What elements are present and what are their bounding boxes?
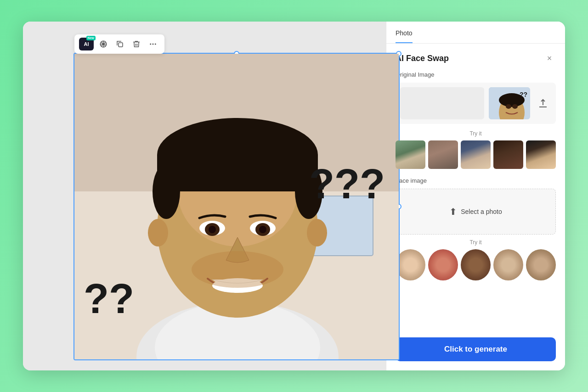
- panel-title: AI Face Swap: [396, 54, 449, 63]
- duplicate-button[interactable]: [113, 37, 127, 51]
- face-sample-5[interactable]: [526, 249, 556, 280]
- try-it-label-face: Try it: [396, 239, 556, 246]
- face-image-label: Face image: [396, 177, 556, 184]
- effects-button[interactable]: [96, 37, 110, 51]
- toolbar: AI New: [74, 34, 164, 54]
- face-upload-area[interactable]: ⬆ Select a photo: [396, 189, 556, 235]
- generate-button[interactable]: Click to generate: [396, 337, 556, 361]
- original-image-area: ??: [396, 83, 556, 124]
- svg-point-2: [150, 44, 151, 45]
- face-sample-1[interactable]: [396, 249, 425, 280]
- upload-icon-row: ⬆ Select a photo: [449, 206, 502, 217]
- svg-point-4: [155, 44, 156, 45]
- app-container: AI New: [23, 22, 565, 370]
- svg-point-16: [153, 164, 180, 219]
- svg-point-25: [192, 251, 283, 288]
- face-image-section: Face image ⬆ Select a photo Try it: [396, 177, 556, 280]
- original-image-section: Original Image ??: [396, 71, 556, 169]
- duplicate-icon: [116, 40, 124, 48]
- more-button[interactable]: [146, 37, 160, 51]
- ai-label: AI: [84, 41, 89, 47]
- face-sample-3[interactable]: [461, 249, 491, 280]
- face-avatar-samples: [396, 249, 556, 280]
- panel-header: AI Face Swap ×: [386, 44, 565, 71]
- svg-point-23: [259, 226, 266, 233]
- new-badge: New: [86, 36, 96, 40]
- svg-rect-15: [157, 155, 318, 191]
- sidebar-content: Original Image ??: [386, 71, 565, 337]
- image-selection-box: ?? ???: [74, 53, 400, 360]
- svg-point-3: [153, 44, 154, 45]
- try-it-label-original: Try it: [396, 130, 556, 137]
- trash-icon: [132, 40, 141, 48]
- svg-point-22: [209, 226, 216, 233]
- svg-point-32: [512, 104, 518, 109]
- svg-point-27: [307, 219, 327, 246]
- face-sample-4[interactable]: [493, 249, 523, 280]
- original-image-thumb[interactable]: ??: [489, 87, 530, 119]
- original-image-placeholder: [400, 87, 484, 119]
- sidebar-header-tab: Photo: [386, 22, 565, 44]
- close-button[interactable]: ×: [543, 52, 556, 65]
- sidebar-panel: Photo AI Face Swap × Original Image: [386, 22, 565, 370]
- ai-tool-button[interactable]: AI New: [79, 38, 94, 50]
- original-face-samples: [396, 140, 556, 169]
- upload-original-button[interactable]: [535, 95, 551, 112]
- portrait-background: ?? ???: [74, 54, 399, 359]
- more-icon: [149, 40, 157, 48]
- question-bottom-left: ??: [84, 275, 134, 323]
- select-photo-label: Select a photo: [461, 208, 502, 215]
- canvas-photo[interactable]: ?? ???: [74, 54, 399, 359]
- canvas-area: AI New: [23, 22, 386, 370]
- photo-tab[interactable]: Photo: [396, 29, 413, 43]
- original-sample-4[interactable]: [493, 140, 523, 169]
- upload-arrow-icon: ⬆: [449, 206, 457, 217]
- original-sample-3[interactable]: [461, 140, 491, 169]
- question-right: ???: [309, 161, 385, 208]
- svg-rect-1: [119, 43, 123, 47]
- delete-button[interactable]: [130, 37, 143, 51]
- original-image-label: Original Image: [396, 71, 556, 78]
- original-sample-1[interactable]: [396, 140, 425, 169]
- upload-icon: [537, 98, 548, 109]
- original-sample-5[interactable]: [526, 140, 556, 169]
- effects-icon: [99, 40, 107, 48]
- thumb-question-mark: ??: [520, 91, 527, 98]
- svg-point-26: [148, 219, 168, 246]
- face-sample-2[interactable]: [428, 249, 458, 280]
- svg-point-31: [506, 104, 511, 109]
- original-sample-2[interactable]: [428, 140, 458, 169]
